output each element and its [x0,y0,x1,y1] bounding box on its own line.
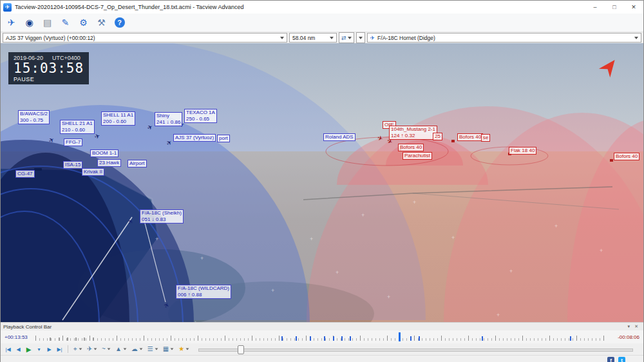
aircraft-icon[interactable]: ✈ [127,218,135,225]
distance-options-button[interactable]: ⇄ [339,32,354,43]
world-view[interactable]: B/AWACS/2300 - 0.75SHELL 21 A1210 - 0.60… [1,43,643,322]
object-label[interactable]: 25 [433,133,442,140]
chevron-down-icon [94,348,97,350]
facebook-icon[interactable]: f [607,357,614,362]
aircraft-icon[interactable]: ✈ [377,135,384,142]
slider-handle[interactable] [238,345,244,354]
secondary-object-select[interactable]: ✈ F/A-18C Hornet (Didge) [367,33,641,43]
object-label[interactable]: F/A-18C (WILDCARD)006 ↑ 0.88 [176,285,231,299]
timeline-marker [59,338,60,341]
panel-menu-icon[interactable]: ▾ [628,324,630,329]
playback-controls: |◀◀▶▾▶▶| ⌖✈~▲☁☰▦★ [1,343,643,355]
trails-options-icon: ~ [102,346,106,352]
help-button[interactable]: ? [111,15,128,30]
online-button[interactable]: ◉ [21,15,37,30]
favorites-button[interactable]: ★ [176,345,191,354]
object-label[interactable]: Parachutist [402,152,432,160]
trails-options-button[interactable]: ~ [100,345,113,354]
object-label[interactable]: SHELL 11 A1200 - 0.60 [101,111,135,126]
timeline-cursor[interactable] [399,332,401,341]
layers-options-icon: ☰ [147,346,153,352]
object-label[interactable]: 104th_Mustang 2-1124 ↑ 0.32 [389,126,437,140]
camera-options-button[interactable]: ⌖ [71,345,84,354]
object-view-options-button[interactable]: ✈ [85,345,99,354]
chevron-down-icon [348,37,352,39]
panel-close-icon[interactable]: ✕ [634,324,638,329]
distance-value: 58.04 nm [292,35,315,41]
hud-status: PAUSE [14,76,84,82]
elapsed-time: +00:13:53 [1,334,35,340]
object-label[interactable]: CG-47 [15,170,35,178]
timeline-track[interactable] [35,332,607,342]
terrain-options-button[interactable]: ▲ [113,345,129,354]
object-label[interactable]: B/AWACS/2300 - 0.75 [18,110,50,124]
aircraft-icon[interactable]: ✈ [48,136,56,144]
settings-button[interactable]: ⚙ [75,15,91,30]
play-options-button[interactable]: ▾ [34,345,44,354]
weather-options-button[interactable]: ☁ [129,345,145,354]
grid-cross: + [155,236,158,242]
object-label[interactable]: FFG-7 [64,138,82,146]
aircraft-icon[interactable]: ✈ [94,133,101,140]
vehicle-icon[interactable] [451,140,455,142]
aircraft-icon[interactable]: ✈ [163,301,171,309]
grid-cross: + [509,269,513,274]
timeline-event-marker [333,336,334,341]
object-label[interactable]: ISA-15 [63,161,82,169]
object-label[interactable]: F/A-18C (Sheikh)051 ↓ 0.83 [140,209,184,224]
object-label[interactable]: TEXACO 1A250 - 0.65 [184,109,217,123]
play-button[interactable]: ▶ [24,345,33,354]
flight-log-button[interactable]: ▤ [39,15,55,30]
windows-options-button[interactable]: ▦ [161,345,176,354]
grid-cross: + [387,294,390,300]
aircraft-icon[interactable]: ✈ [146,124,154,132]
telemetry-editor-button[interactable]: ✎ [57,15,73,30]
object-label[interactable]: Roland ADS [323,133,355,141]
ship-icon[interactable] [34,168,42,171]
object-label[interactable]: BOOM 1-1 [90,149,118,157]
jump-to-end-button[interactable]: ▶| [55,345,64,354]
grid-cross: + [554,224,558,229]
maximize-button[interactable]: □ [605,1,624,14]
help-icon: ? [115,17,125,28]
object-label[interactable]: port [217,135,230,142]
chevron-down-icon [330,37,334,39]
aircraft-icon: ✈ [370,35,375,41]
aircraft-icon[interactable]: ✈ [166,138,174,147]
flight-recorder-button[interactable]: ✈ [3,15,19,30]
distance-select[interactable]: 58.04 nm [289,33,337,43]
grid-cross: + [336,270,339,276]
object-label[interactable]: Bofors 40 [457,133,483,141]
speed-slider[interactable] [198,345,633,353]
chevron-down-icon [107,348,110,350]
object-label[interactable]: AJS 37 (Vyrtuoz) [173,134,216,142]
object-label[interactable]: SHELL 21 A1210 - 0.60 [60,120,95,134]
object-link-button[interactable] [356,32,365,43]
object-label[interactable]: Shiny241 ↓ 0.86 [155,112,182,126]
object-label[interactable]: Krivak II [82,168,104,176]
advanced-tools-button[interactable]: ⚒ [93,15,109,30]
object-label[interactable]: Bofors 40 [398,144,424,151]
chevron-down-icon [155,348,158,350]
jump-to-beginning-button[interactable]: |◀ [3,345,13,354]
object-label[interactable]: 23 Hawk [97,159,121,167]
primary-object-select[interactable]: AJS 37 Viggen (Vyrtuoz) (+00:00:12) [3,33,287,43]
object-label[interactable]: se [481,134,490,142]
step-backward-button[interactable]: ◀ [14,345,23,354]
object-label[interactable]: Flak 18 40 [509,147,536,155]
timeline-marker [67,338,68,341]
twitter-icon[interactable]: t [618,357,625,362]
layers-options-button[interactable]: ☰ [146,345,160,354]
chevron-down-icon [139,348,142,350]
vehicle-icon[interactable] [610,159,613,162]
compass-arrow-icon[interactable] [598,56,620,78]
minimize-button[interactable]: – [585,1,605,14]
object-label[interactable]: Bofors 40 [614,153,639,160]
timeline-event-marker [324,336,325,341]
playback-panel-title: Playback Control Bar [3,324,52,330]
object-label[interactable]: Airport [128,160,147,167]
grid-cross: + [413,200,416,205]
step-forward-button[interactable]: ▶ [44,345,54,354]
close-button[interactable]: ✕ [624,1,643,14]
chevron-down-icon [634,37,638,39]
